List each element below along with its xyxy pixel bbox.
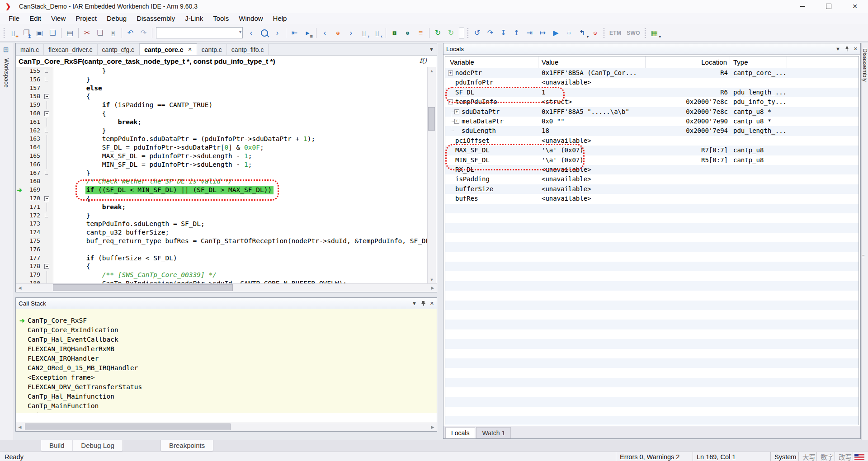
toolbar-button-find-previous[interactable]: ‹ — [245, 27, 257, 39]
scroll-up-icon[interactable]: ▲ — [428, 67, 436, 75]
locals-row-SF_DL[interactable]: SF_DL1R6pdu_length_... — [445, 88, 859, 97]
menu-help[interactable]: Help — [268, 13, 292, 24]
toolbar-button-copy[interactable]: ❏ — [94, 27, 106, 39]
code-line-175[interactable]: 175 buf_req_return_type bufRes = CanTp_S… — [16, 237, 437, 245]
locals-row-metaDataPtr[interactable]: +metaDataPtr0x0 ""0x2000'7e90cantp_u8 * — [445, 117, 859, 126]
editor-hscroll-thumb[interactable] — [53, 284, 233, 291]
toolbar-button-run-to-cursor[interactable]: ↦ — [537, 27, 549, 39]
callstack-hscroll-thumb[interactable] — [25, 423, 231, 430]
close-icon[interactable]: ✕ — [854, 47, 858, 52]
column-header-value[interactable]: Value — [542, 58, 558, 66]
toolbar-grip[interactable] — [467, 28, 470, 38]
fold-collapse-icon[interactable] — [44, 94, 49, 99]
collapse-icon[interactable]: - — [448, 99, 453, 104]
editor-hscrollbar[interactable]: ◀ ▶ — [16, 283, 437, 292]
editor-tab-cantp_core-c[interactable]: cantp_core.c✕ — [139, 43, 197, 55]
line-number[interactable]: 164 — [16, 143, 40, 152]
fold-margin[interactable] — [43, 262, 53, 271]
code-line-165[interactable]: 165 MAX_SF_DL = pduInfoPtr->sduLength - … — [16, 152, 437, 160]
fold-margin[interactable] — [43, 271, 53, 279]
code-line-170[interactable]: 170 { — [16, 194, 437, 203]
column-header-variable[interactable]: Variable — [450, 58, 474, 66]
code-line-169[interactable]: ➜169 if ((SF_DL < MIN_SF_DL) || (SF_DL >… — [16, 186, 437, 194]
fold-collapse-icon[interactable] — [44, 111, 49, 116]
code-line-168[interactable]: 168 /* Check wether the SF_DL is valid *… — [16, 177, 437, 186]
editor-vscroll-thumb[interactable] — [428, 107, 435, 131]
line-number[interactable]: 165 — [16, 152, 40, 160]
minimize-button[interactable] — [789, 0, 816, 13]
callstack-frame[interactable]: CanTp_Hal_Mainfunction — [16, 392, 437, 401]
line-number[interactable]: 178 — [16, 262, 40, 271]
locals-row-sduLength[interactable]: sduLength180x2000'7e94pdu_length_... — [445, 126, 859, 136]
line-number[interactable]: 158 — [16, 92, 40, 101]
menu-view[interactable]: View — [46, 13, 71, 24]
callstack-frame[interactable]: CanTp_MainFunction — [16, 401, 437, 411]
expand-icon[interactable]: + — [454, 109, 459, 114]
code-line-173[interactable]: 173 tempPduInfo.sduLength = SF_DL; — [16, 220, 437, 228]
editor-tab-cantp-c[interactable]: cantp.c — [197, 44, 227, 55]
toolbar-grip[interactable] — [644, 28, 647, 38]
code-line-176[interactable]: 176 — [16, 245, 437, 254]
callstack-hscrollbar[interactable]: ◀ ▶ — [16, 423, 437, 431]
code-line-177[interactable]: 177 if (bufferSize < SF_DL) — [16, 254, 437, 263]
toolbar-button-refresh[interactable]: ↻ — [445, 27, 457, 39]
editor-tab-main-c[interactable]: main.c — [16, 44, 44, 55]
toolbar-button-search[interactable] — [258, 27, 270, 39]
code-editor[interactable]: 155 }156 }157 else158 {159 if (isPadding… — [16, 67, 437, 284]
toolbar-button-paste[interactable]: ▯≡ — [107, 27, 119, 39]
menu-file[interactable]: File — [4, 13, 24, 24]
toolbar-button-toggle-breakpoint[interactable]: ●+ — [332, 27, 344, 39]
toolbar-button-break[interactable]: ●∥ — [563, 27, 575, 39]
line-number[interactable]: 159 — [16, 101, 40, 109]
editor-tab-cantp_cfg-c[interactable]: cantp_cfg.c — [98, 44, 140, 55]
toolbar-grip[interactable] — [3, 28, 6, 38]
line-number[interactable]: 156 — [16, 75, 40, 84]
locals-row-RX_DL[interactable]: RX_DL<unavailable> — [445, 165, 859, 174]
locals-row-MIN_SF_DL[interactable]: MIN_SF_DL'\a' (0x07)R5[0:7]cantp_u8 — [445, 155, 859, 165]
toolbar-button-next-bookmark[interactable]: › — [345, 27, 357, 39]
fold-collapse-icon[interactable] — [44, 196, 49, 201]
column-header-type[interactable]: Type — [733, 58, 748, 66]
line-number[interactable]: 166 — [16, 160, 40, 169]
fold-margin[interactable] — [43, 237, 53, 245]
line-number[interactable]: 168 — [16, 177, 40, 186]
menu-window[interactable]: Window — [234, 13, 268, 24]
fold-margin[interactable] — [43, 212, 53, 220]
toolbar-button-print[interactable]: ▤ — [64, 27, 76, 39]
callstack-list[interactable]: ➜CanTp_Core_RxSFCanTp_Core_RxIndicationC… — [16, 309, 437, 413]
fold-margin[interactable] — [43, 143, 53, 152]
column-header-location[interactable]: Location — [701, 58, 727, 66]
toolbar-button-bookmark-list[interactable]: ▸≡ — [302, 27, 314, 39]
callstack-frame[interactable]: CAN2_ORed_0_15_MB_IRQHandler — [16, 363, 437, 373]
tab-close-icon[interactable]: ✕ — [188, 47, 192, 52]
locals-row-pduInfoPtr[interactable]: pduInfoPtr<unavailable> — [445, 78, 859, 87]
fold-margin[interactable] — [43, 75, 53, 84]
line-number[interactable]: 174 — [16, 228, 40, 237]
toolbar-button-find-next[interactable]: › — [271, 27, 283, 39]
watch-tab-watch-1[interactable]: Watch 1 — [476, 427, 511, 438]
locals-row-pciOffset[interactable]: pciOffset<unavailable> — [445, 136, 859, 146]
toolbar-button-undo[interactable]: ↶ — [124, 27, 137, 39]
line-number[interactable]: 162 — [16, 127, 40, 135]
code-line-166[interactable]: 166 MIN_SF_DL = pduInfoPtr->sduLength - … — [16, 160, 437, 169]
disassembly-tab[interactable]: Disassembly — [862, 48, 868, 82]
fold-collapse-icon[interactable] — [44, 264, 49, 269]
locals-row-bufRes[interactable]: bufRes<unavailable> — [445, 194, 859, 203]
expand-icon[interactable]: + — [448, 71, 453, 75]
fold-margin[interactable] — [43, 152, 53, 160]
code-line-158[interactable]: 158 { — [16, 92, 437, 101]
callstack-frame[interactable]: CanTp_Hal_EventCallback — [16, 335, 437, 344]
code-line-167[interactable]: 167 } — [16, 169, 437, 178]
line-number[interactable]: 160 — [16, 109, 40, 118]
fold-margin[interactable] — [43, 67, 53, 75]
line-number[interactable]: 179 — [16, 271, 40, 279]
toolbar-button-make-restart[interactable]: ↻ — [432, 27, 444, 39]
toolbar-button-step-out[interactable]: ↥ — [510, 27, 523, 39]
callstack-frame[interactable]: <Exception frame> — [16, 373, 437, 382]
fold-margin[interactable] — [43, 254, 53, 263]
fold-margin[interactable] — [43, 127, 53, 135]
toolbar-button-save-all[interactable]: ❏ — [47, 27, 59, 39]
bottom-tab-breakpoints[interactable]: Breakpoints — [161, 440, 213, 451]
code-line-159[interactable]: 159 if (isPadding == CANTP_TRUE) — [16, 101, 437, 109]
toolbar-button-previous-bookmark[interactable]: ‹ — [319, 27, 331, 39]
